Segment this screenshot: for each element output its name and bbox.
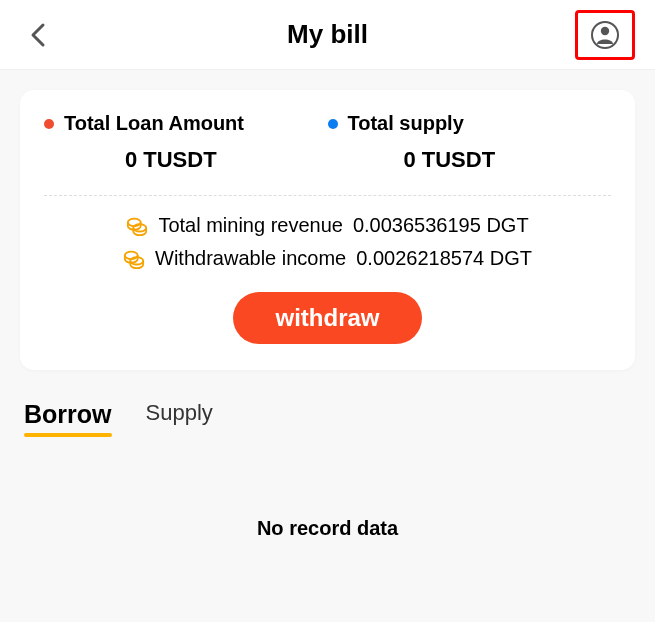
profile-button[interactable]	[575, 10, 635, 60]
coins-icon	[126, 215, 148, 237]
mining-label: Total mining revenue	[158, 214, 343, 237]
withdraw-button[interactable]: withdraw	[233, 292, 421, 344]
loan-value: 0 TUSDT	[44, 147, 328, 173]
supply-stat: Total supply 0 TUSDT	[328, 112, 612, 173]
chevron-left-icon	[29, 22, 47, 48]
mining-revenue-row: Total mining revenue 0.0036536195 DGT	[126, 214, 528, 237]
summary-card: Total Loan Amount 0 TUSDT Total supply 0…	[20, 90, 635, 370]
loan-stat: Total Loan Amount 0 TUSDT	[44, 112, 328, 173]
back-button[interactable]	[20, 17, 56, 53]
coins-icon	[123, 248, 145, 270]
page-title: My bill	[287, 19, 368, 50]
withdrawable-row: Withdrawable income 0.0026218574 DGT	[123, 247, 532, 270]
withdrawable-value: 0.0026218574 DGT	[356, 247, 532, 270]
supply-value: 0 TUSDT	[328, 147, 612, 173]
tab-borrow[interactable]: Borrow	[24, 400, 112, 437]
withdrawable-label: Withdrawable income	[155, 247, 346, 270]
dot-icon	[44, 119, 54, 129]
tab-supply[interactable]: Supply	[146, 400, 213, 437]
divider	[44, 195, 611, 196]
empty-state: No record data	[20, 517, 635, 540]
user-icon	[590, 20, 620, 50]
svg-point-1	[601, 27, 609, 35]
loan-label: Total Loan Amount	[64, 112, 244, 135]
mining-value: 0.0036536195 DGT	[353, 214, 529, 237]
tabs: Borrow Supply	[20, 400, 635, 437]
supply-label: Total supply	[348, 112, 464, 135]
dot-icon	[328, 119, 338, 129]
header: My bill	[0, 0, 655, 70]
